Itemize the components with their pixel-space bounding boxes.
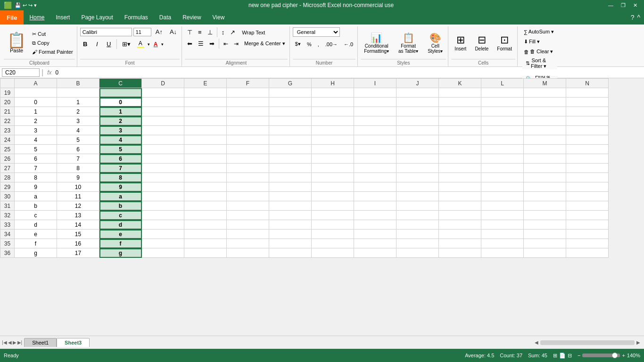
cell-e35[interactable] <box>184 239 227 248</box>
cell-c21[interactable]: 1 <box>99 107 142 116</box>
format-cells-btn[interactable]: ⊡ Format <box>494 32 515 54</box>
cell-i21[interactable] <box>354 107 396 116</box>
cell-j25[interactable] <box>396 145 439 154</box>
normal-view-btn[interactable]: ⊞ <box>553 353 557 359</box>
cell-g21[interactable] <box>269 107 312 116</box>
cell-l26[interactable] <box>481 154 524 164</box>
cell-m25[interactable] <box>524 145 566 154</box>
cell-a35[interactable]: f <box>15 239 57 248</box>
cell-j20[interactable] <box>396 98 439 107</box>
col-header-e[interactable]: E <box>184 79 227 88</box>
cell-k23[interactable] <box>439 126 481 135</box>
cell-i19[interactable] <box>354 88 396 98</box>
cell-n31[interactable] <box>566 201 609 211</box>
row-header-30[interactable]: 30 <box>0 192 15 201</box>
cell-k33[interactable] <box>439 220 481 230</box>
cell-j27[interactable] <box>396 164 439 173</box>
bold-button[interactable]: B <box>80 40 91 49</box>
horizontal-scrollbar[interactable] <box>540 340 635 345</box>
cell-n24[interactable] <box>566 135 609 145</box>
cell-a30[interactable]: a <box>15 192 57 201</box>
cell-i28[interactable] <box>354 173 396 182</box>
close-btn[interactable]: ✕ <box>630 2 640 8</box>
number-format-select[interactable]: General Number Currency Text <box>293 27 340 37</box>
menu-formulas[interactable]: Formulas <box>119 10 154 25</box>
clear-btn[interactable]: 🗑 🗑 Clear ▾ <box>520 47 556 56</box>
cell-b32[interactable]: 13 <box>57 211 99 220</box>
autosum-btn[interactable]: ∑ AutoSum ▾ <box>520 27 557 36</box>
cell-n23[interactable] <box>566 126 609 135</box>
cell-m36[interactable] <box>524 248 566 258</box>
cell-g32[interactable] <box>269 211 312 220</box>
cell-h31[interactable] <box>312 201 354 211</box>
cell-m19[interactable] <box>524 88 566 98</box>
cell-m28[interactable] <box>524 173 566 182</box>
cell-c31[interactable]: b <box>99 201 142 211</box>
cell-b34[interactable]: 15 <box>57 230 99 239</box>
cell-k19[interactable] <box>439 88 481 98</box>
row-header-22[interactable]: 22 <box>0 116 15 126</box>
cell-f19[interactable] <box>227 88 269 98</box>
cell-f24[interactable] <box>227 135 269 145</box>
cell-b33[interactable]: 14 <box>57 220 99 230</box>
cell-m30[interactable] <box>524 192 566 201</box>
cell-l19[interactable] <box>481 88 524 98</box>
cell-a34[interactable]: e <box>15 230 57 239</box>
italic-button[interactable]: I <box>92 40 102 49</box>
cell-a26[interactable]: 6 <box>15 154 57 164</box>
cell-l31[interactable] <box>481 201 524 211</box>
cell-i35[interactable] <box>354 239 396 248</box>
cell-a20[interactable]: 0 <box>15 98 57 107</box>
cell-j21[interactable] <box>396 107 439 116</box>
cell-e24[interactable] <box>184 135 227 145</box>
cell-f26[interactable] <box>227 154 269 164</box>
cell-f36[interactable] <box>227 248 269 258</box>
cell-k28[interactable] <box>439 173 481 182</box>
cell-c25[interactable]: 5 <box>99 145 142 154</box>
cell-k35[interactable] <box>439 239 481 248</box>
cell-f20[interactable] <box>227 98 269 107</box>
text-angle-btn[interactable]: ↗ <box>228 27 238 37</box>
cell-f28[interactable] <box>227 173 269 182</box>
fill-dropdown-icon[interactable]: ▾ <box>148 42 150 47</box>
cell-c36[interactable]: g <box>99 248 142 258</box>
cell-f25[interactable] <box>227 145 269 154</box>
cell-g27[interactable] <box>269 164 312 173</box>
cell-e27[interactable] <box>184 164 227 173</box>
cell-h33[interactable] <box>312 220 354 230</box>
cell-k36[interactable] <box>439 248 481 258</box>
cell-e25[interactable] <box>184 145 227 154</box>
row-header-25[interactable]: 25 <box>0 145 15 154</box>
layout-view-btn[interactable]: 📄 <box>559 353 566 359</box>
text-direction-btn[interactable]: ↕ <box>219 27 227 37</box>
cell-a22[interactable]: 2 <box>15 116 57 126</box>
cell-c30[interactable]: a <box>99 192 142 201</box>
border-button[interactable]: ⊞▾ <box>119 40 133 49</box>
cell-c27[interactable]: 7 <box>99 164 142 173</box>
cell-n27[interactable] <box>566 164 609 173</box>
cell-m35[interactable] <box>524 239 566 248</box>
cell-d28[interactable] <box>142 173 184 182</box>
cell-b30[interactable]: 11 <box>57 192 99 201</box>
cell-f27[interactable] <box>227 164 269 173</box>
insert-cells-btn[interactable]: ⊞ Insert <box>451 32 470 54</box>
cell-d26[interactable] <box>142 154 184 164</box>
cell-b36[interactable]: 17 <box>57 248 99 258</box>
cell-e23[interactable] <box>184 126 227 135</box>
maximize-btn[interactable]: ❐ <box>618 2 628 8</box>
cell-l34[interactable] <box>481 230 524 239</box>
row-header-26[interactable]: 26 <box>0 154 15 164</box>
cell-f22[interactable] <box>227 116 269 126</box>
cell-c29[interactable]: 9 <box>99 182 142 192</box>
cell-h36[interactable] <box>312 248 354 258</box>
cell-h21[interactable] <box>312 107 354 116</box>
cell-d19[interactable] <box>142 88 184 98</box>
cell-e21[interactable] <box>184 107 227 116</box>
cell-a23[interactable]: 3 <box>15 126 57 135</box>
font-color-btn[interactable]: A <box>151 40 160 49</box>
cell-d29[interactable] <box>142 182 184 192</box>
file-menu-btn[interactable]: File <box>0 10 24 25</box>
cell-n19[interactable] <box>566 88 609 98</box>
next-sheet-btn[interactable]: ▶ <box>13 340 17 345</box>
cell-a24[interactable]: 4 <box>15 135 57 145</box>
